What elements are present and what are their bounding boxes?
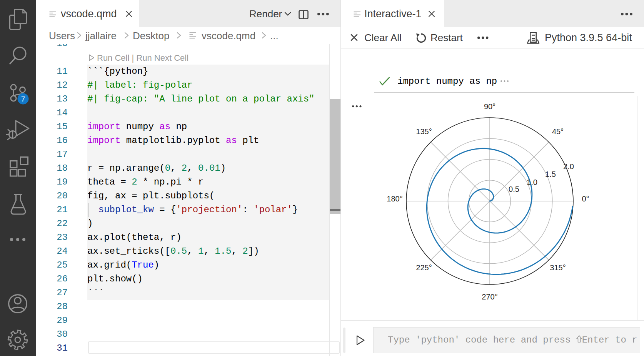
svg-text:2.0: 2.0 [563,162,574,171]
svg-text:1.0: 1.0 [527,178,537,186]
svg-text:135°: 135° [416,127,432,136]
svg-text:1.5: 1.5 [545,170,556,178]
svg-text:0.5: 0.5 [509,185,519,193]
svg-text:225°: 225° [416,263,432,272]
svg-text:270°: 270° [482,293,497,301]
svg-text:180°: 180° [387,195,402,203]
svg-text:90°: 90° [484,102,496,111]
svg-text:45°: 45° [552,127,564,136]
svg-text:7: 7 [21,95,25,103]
svg-text:315°: 315° [550,263,566,272]
svg-text:0°: 0° [582,195,589,203]
